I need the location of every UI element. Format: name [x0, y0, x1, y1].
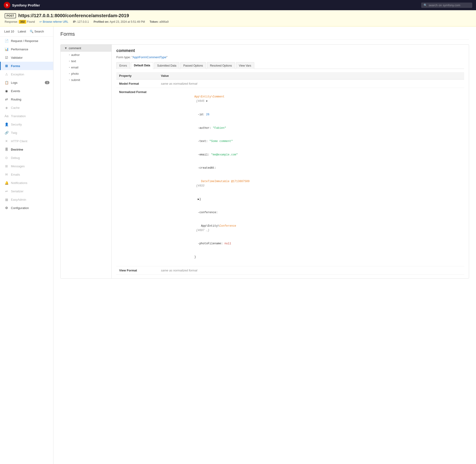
col-value: Value [158, 72, 464, 80]
sidebar-item-label: Debug [11, 156, 20, 160]
form-tree-root-label: comment [69, 46, 81, 50]
value-view-format: same as normalized format [158, 266, 464, 275]
sidebar-item-label: HTTP Client [11, 139, 27, 143]
normalized-email-label: -email: [194, 153, 211, 156]
form-type-class-part2: CommentType [147, 56, 167, 59]
translation-icon: Aa [4, 114, 9, 118]
last10-button[interactable]: Last 10 [3, 29, 16, 34]
latest-button[interactable]: Latest [17, 29, 27, 34]
normalized-text-label: -text: [194, 140, 209, 143]
twig-icon: 🔗 [4, 131, 9, 135]
form-tree-child-label: submit [71, 78, 80, 82]
normalized-datetime-class: DateTimeImmutable @1713887509 [194, 180, 250, 183]
normalized-text-value: "Some comment" [209, 140, 233, 143]
normalized-datetime-hash: {#933 [194, 184, 204, 187]
tab-resolved-options[interactable]: Resolved Options [207, 62, 235, 69]
col-property: Property [116, 72, 158, 80]
sidebar-item-label: Serializer [11, 190, 23, 193]
browse-referrer-link[interactable]: ↩ Browse referrer URL [40, 20, 68, 23]
search-icon: 🔍 [30, 30, 33, 33]
global-search[interactable]: 🔍 [421, 2, 472, 8]
form-type-link[interactable]: App\Form\CommentType [133, 56, 166, 59]
sidebar: Last 10 Latest 🔍 Search 📄 Request / Resp… [0, 27, 53, 464]
content-area: Forms ▼ comment author text email [53, 27, 476, 464]
form-detail: comment Form type: "App\Form\CommentType… [112, 45, 469, 278]
messages-icon: ⊞ [4, 164, 9, 168]
sidebar-item-label: Emails [11, 173, 20, 176]
response-code-badge: 302 [19, 20, 26, 24]
form-tree-child-text[interactable]: text [61, 58, 111, 64]
normalized-conference-label: -conference: [194, 211, 218, 214]
normalized-id-label: -id: [194, 113, 206, 116]
sidebar-item-label: Events [11, 89, 20, 93]
form-type-line: Form type: "App\Form\CommentType" [116, 56, 464, 59]
form-tree-child-label: email [71, 66, 79, 69]
form-tree-child-email[interactable]: email [61, 64, 111, 70]
validator-icon: ☑ [4, 56, 9, 60]
form-tree-child-photo[interactable]: photo [61, 70, 111, 77]
back-arrow-icon: ↩ [40, 20, 42, 23]
request-url-row: POST https://127.0.0.1:8000/conference/a… [5, 13, 471, 18]
normalized-close: } [194, 255, 196, 259]
sidebar-item-performance[interactable]: 📊 Performance [0, 45, 53, 53]
content-inner: Forms ▼ comment author text email [53, 27, 476, 283]
property-view-format: View Format [116, 266, 158, 275]
sidebar-item-forms[interactable]: ⊞ Forms [0, 62, 53, 70]
sidebar-item-events[interactable]: ◉ Events [0, 87, 53, 95]
sidebar-item-notifications: 🔔 Notifications [0, 179, 53, 187]
tab-view-vars[interactable]: View Vars [236, 62, 254, 69]
global-search-input[interactable] [429, 3, 470, 7]
form-tree-child-submit[interactable]: submit [61, 77, 111, 83]
form-tree: ▼ comment author text email photo [61, 45, 112, 278]
sidebar-item-label: Validator [11, 56, 22, 59]
exception-icon: ⚠ [4, 72, 9, 76]
sidebar-item-debug: ⊙ Debug [0, 154, 53, 162]
sidebar-item-logs[interactable]: 📋 Logs 3 [0, 78, 53, 87]
sidebar-nav-top: Last 10 Latest 🔍 Search [0, 27, 53, 37]
request-banner: POST https://127.0.0.1:8000/conference/a… [0, 10, 476, 27]
value-normalized-format: App\Entity\Comment {#845 ▼ -id: 26 -auth… [158, 88, 464, 266]
sidebar-item-label: Request / Response [11, 39, 38, 43]
search-icon: 🔍 [424, 3, 427, 7]
sidebar-item-routing[interactable]: ⇄ Routing [0, 95, 53, 104]
sidebar-item-label: Configuration [11, 206, 29, 210]
tab-errors[interactable]: Errors [116, 62, 130, 69]
events-icon: ◉ [4, 89, 9, 93]
form-type-prefix: Form type: " [116, 56, 133, 59]
sidebar-item-request-response[interactable]: 📄 Request / Response [0, 37, 53, 45]
request-response-icon: 📄 [4, 39, 9, 43]
sidebar-item-label: Notifications [11, 181, 27, 185]
normalized-conference-class: Conference [219, 224, 236, 228]
sidebar-item-label: Translation [11, 114, 26, 118]
form-tree-child-label: text [71, 59, 76, 63]
data-table: Property Value Model Format same as norm… [116, 72, 464, 275]
normalized-createdat-label: -createdAt: [194, 166, 216, 170]
search-button[interactable]: 🔍 Search [28, 29, 45, 34]
form-detail-title: comment [116, 48, 464, 53]
sidebar-item-label: Messages [11, 164, 25, 168]
sidebar-item-configuration[interactable]: ⚙ Configuration [0, 204, 53, 212]
table-row: View Format same as normalized format [116, 266, 464, 275]
response-text: Found [27, 20, 35, 23]
sidebar-item-http-client: ✕ HTTP Client [0, 137, 53, 145]
sidebar-item-label: Security [11, 123, 22, 126]
tab-submitted-data[interactable]: Submitted Data [154, 62, 179, 69]
sidebar-item-label: Logs [11, 81, 17, 85]
logs-icon: 📋 [4, 80, 9, 85]
easyadmin-icon: ▦ [4, 197, 9, 202]
collapse-toggle-icon[interactable]: ▼ [64, 46, 67, 50]
tab-default-data[interactable]: Default Data [131, 62, 153, 69]
response-label: Response: 302 Found [5, 20, 35, 23]
value-model-format: same as normalized format [158, 80, 464, 88]
profiled-info: Profiled on: April 23, 2024 at 5:51:49 P… [94, 20, 145, 23]
normalized-author-value: "Fabien" [213, 126, 226, 130]
expand-toggle-icon[interactable]: ▼ [206, 100, 207, 103]
sidebar-item-validator[interactable]: ☑ Validator [0, 53, 53, 62]
sidebar-item-translation: Aa Translation [0, 112, 53, 120]
tab-passed-options[interactable]: Passed Options [180, 62, 206, 69]
form-tree-root-item[interactable]: ▼ comment [61, 45, 111, 52]
form-tree-child-author[interactable]: author [61, 52, 111, 58]
sidebar-item-label: EasyAdmin [11, 198, 26, 201]
sidebar-item-doctrine[interactable]: 🗄 Doctrine [0, 145, 53, 154]
sidebar-item-exception: ⚠ Exception [0, 70, 53, 78]
